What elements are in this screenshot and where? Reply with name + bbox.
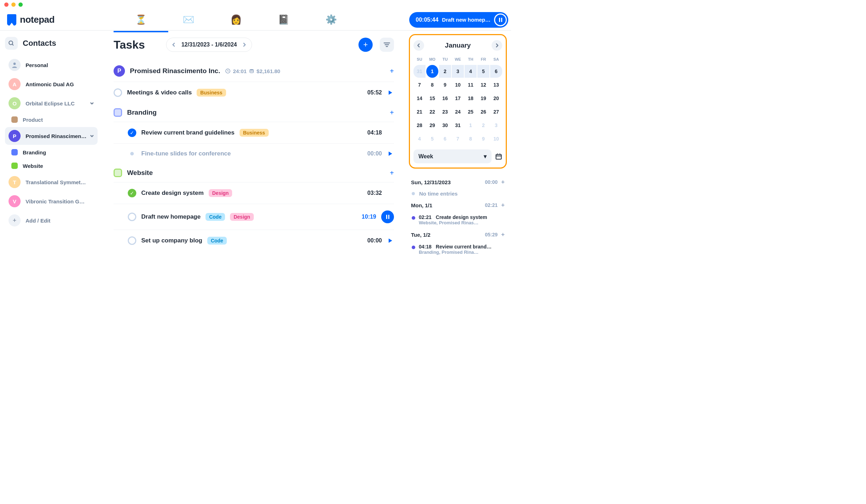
task-row[interactable]: Fine-tune slides for conference00:00 — [114, 143, 394, 164]
calendar-day[interactable]: 8 — [465, 132, 477, 145]
calendar-day[interactable]: 31 — [413, 65, 426, 78]
sidebar-title: Contacts — [23, 39, 56, 48]
calendar-day[interactable]: 10 — [490, 132, 502, 145]
date-prev[interactable] — [171, 41, 177, 49]
sidebar-item-7[interactable]: TTranslational Symmet… — [5, 173, 98, 191]
calendar-day[interactable]: 22 — [426, 105, 438, 118]
task-row[interactable]: ✓Create design systemDesign03:32 — [114, 182, 394, 204]
group-add-button[interactable]: + — [390, 169, 394, 177]
calendar-day[interactable]: 11 — [465, 78, 477, 91]
task-pause-button[interactable] — [381, 210, 394, 223]
entry-add-button[interactable]: + — [501, 231, 505, 238]
time-entry[interactable]: 04:18Review current brand…Branding, Prom… — [409, 242, 507, 257]
entry-add-button[interactable]: + — [501, 179, 505, 186]
task-row[interactable]: ✓Review current brand guidelinesBusiness… — [114, 122, 394, 143]
filter-button[interactable] — [380, 38, 394, 52]
calendar-day[interactable]: 25 — [465, 105, 477, 118]
sidebar-item-6[interactable]: Website — [5, 160, 98, 172]
calendar-day[interactable]: 26 — [477, 105, 489, 118]
calendar-day[interactable]: 10 — [452, 78, 464, 91]
calendar-day[interactable]: 17 — [452, 92, 464, 105]
calendar-day[interactable]: 9 — [439, 78, 451, 91]
sidebar-item-8[interactable]: VVibronic Transition G… — [5, 192, 98, 210]
calendar-day[interactable]: 2 — [439, 65, 451, 78]
task-checkbox[interactable]: ✓ — [128, 128, 136, 137]
task-checkbox[interactable] — [114, 88, 122, 97]
group-add-button[interactable]: + — [390, 109, 394, 117]
calendar-day[interactable]: 8 — [426, 78, 438, 91]
calendar-day[interactable]: 1 — [426, 65, 438, 78]
task-play-button[interactable] — [387, 91, 394, 95]
calendar-day[interactable]: 27 — [490, 105, 502, 118]
calendar-day[interactable]: 28 — [413, 119, 426, 132]
calendar-day[interactable]: 21 — [413, 105, 426, 118]
envelope-icon: ✉️ — [183, 14, 194, 25]
calendar-day[interactable]: 19 — [477, 92, 489, 105]
task-checkbox[interactable]: ✓ — [128, 189, 136, 197]
window-minimize[interactable] — [11, 2, 16, 7]
entry-add-button[interactable]: + — [501, 202, 505, 209]
calendar-day[interactable]: 30 — [439, 119, 451, 132]
task-row[interactable]: Meetings & video callsBusiness05:52 — [114, 82, 394, 103]
calendar-day[interactable]: 2 — [477, 119, 489, 132]
calendar-icon[interactable] — [495, 153, 502, 160]
calendar-day[interactable]: 6 — [490, 65, 502, 78]
calendar-day[interactable]: 5 — [426, 132, 438, 145]
nav-tab-settings[interactable]: ⚙️ — [325, 14, 337, 26]
calendar-day[interactable]: 29 — [426, 119, 438, 132]
calendar-day[interactable]: 3 — [452, 65, 464, 78]
project-color-icon — [11, 116, 18, 123]
nav-tab-notes[interactable]: 📓 — [278, 14, 290, 26]
calendar-day[interactable]: 16 — [439, 92, 451, 105]
calendar-day[interactable]: 31 — [452, 119, 464, 132]
calendar-day[interactable]: 13 — [490, 78, 502, 91]
calendar-day[interactable]: 23 — [439, 105, 451, 118]
calendar-day[interactable]: 18 — [465, 92, 477, 105]
calendar-view-select[interactable]: Week ▾ — [413, 149, 492, 163]
calendar-day[interactable]: 14 — [413, 92, 426, 105]
window-close[interactable] — [4, 2, 9, 7]
calendar-day[interactable]: 1 — [465, 119, 477, 132]
chevron-down-icon[interactable] — [90, 135, 94, 137]
chevron-down-icon[interactable] — [90, 102, 94, 105]
calendar-day[interactable]: 7 — [413, 78, 426, 91]
calendar-day[interactable]: 20 — [490, 92, 502, 105]
task-row[interactable]: Set up company blogCode00:00 — [114, 230, 394, 251]
calendar-day[interactable]: 7 — [452, 132, 464, 145]
search-button[interactable] — [5, 37, 18, 50]
calendar-day[interactable]: 3 — [490, 119, 502, 132]
calendar-day[interactable]: 9 — [477, 132, 489, 145]
task-row[interactable]: Draft new homepageCode Design10:19 — [114, 204, 394, 230]
task-checkbox[interactable] — [128, 236, 136, 245]
calendar-day[interactable]: 5 — [477, 65, 489, 78]
sidebar-item-3[interactable]: Product — [5, 114, 98, 126]
group-add-button[interactable]: + — [390, 67, 394, 75]
task-play-button[interactable] — [387, 152, 394, 156]
cal-next-month[interactable] — [492, 40, 502, 51]
cal-prev-month[interactable] — [413, 40, 424, 51]
nav-tab-mail[interactable]: ✉️ — [182, 14, 194, 26]
sidebar-item-1[interactable]: AAntimonic Dual AG — [5, 75, 98, 93]
timer-widget[interactable]: 00:05:44 Draft new homep… — [409, 12, 508, 28]
sidebar-add-edit[interactable]: + Add / Edit — [5, 212, 98, 229]
time-entry[interactable]: 02:21Create design systemWebsite, Promis… — [409, 212, 507, 228]
calendar-day[interactable]: 12 — [477, 78, 489, 91]
calendar-day[interactable]: 24 — [452, 105, 464, 118]
sidebar-item-0[interactable]: Personal — [5, 56, 98, 74]
task-play-button[interactable] — [387, 239, 394, 243]
nav-tab-time[interactable]: ⏳ — [135, 14, 147, 26]
add-task-button[interactable]: + — [358, 38, 373, 52]
window-maximize[interactable] — [18, 2, 23, 7]
calendar-day[interactable]: 4 — [413, 132, 426, 145]
date-range-picker[interactable]: 12/31/2023 - 1/6/2024 — [166, 38, 252, 52]
calendar-day[interactable]: 4 — [465, 65, 477, 78]
calendar-day[interactable]: 6 — [439, 132, 451, 145]
sidebar-item-2[interactable]: OOrbital Eclipse LLC — [5, 94, 98, 112]
calendar-day[interactable]: 15 — [426, 92, 438, 105]
task-checkbox[interactable] — [128, 213, 136, 221]
date-next[interactable] — [241, 41, 247, 49]
timer-pause-button[interactable] — [494, 13, 507, 26]
sidebar-item-4[interactable]: PPromised Rinascimen… — [5, 127, 98, 145]
sidebar-item-5[interactable]: Branding — [5, 146, 98, 158]
nav-tab-profile[interactable]: 👩 — [230, 14, 242, 26]
